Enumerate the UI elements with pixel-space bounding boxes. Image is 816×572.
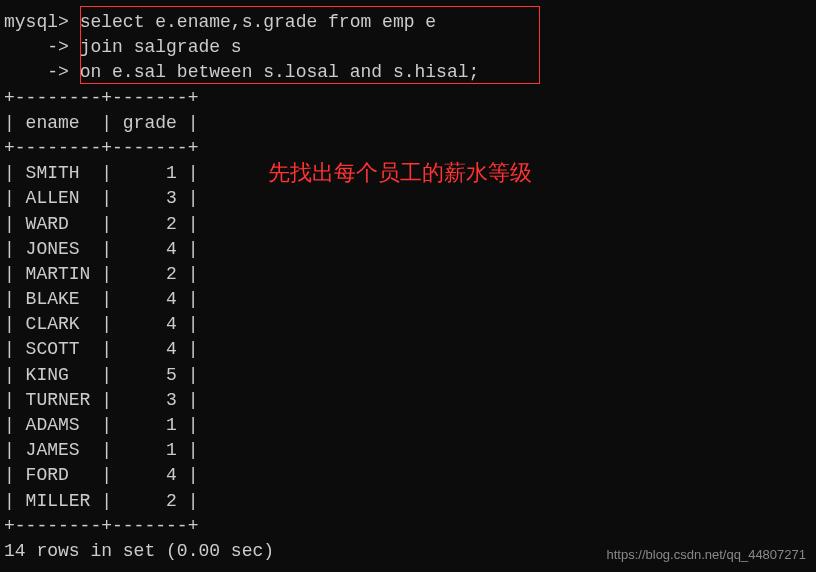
mysql-prompt: mysql> [4,12,69,32]
table-body: | SMITH | 1 || ALLEN | 3 || WARD | 2 || … [4,161,812,514]
table-row: | WARD | 2 | [4,212,812,237]
table-row: | MILLER | 2 | [4,489,812,514]
table-row: | ADAMS | 1 | [4,413,812,438]
table-row: | JONES | 4 | [4,237,812,262]
sql-prompt-line-2: -> join salgrade s [4,35,812,60]
cont-prompt: -> [4,62,69,82]
table-row: | TURNER | 3 | [4,388,812,413]
cont-prompt: -> [4,37,69,57]
table-row: | KING | 5 | [4,363,812,388]
sql-line-3: on e.sal between s.losal and s.hisal; [80,62,480,82]
table-row: | ALLEN | 3 | [4,186,812,211]
table-border-top: +--------+-------+ [4,86,812,111]
watermark: https://blog.csdn.net/qq_44807271 [607,546,807,564]
table-border-bottom: +--------+-------+ [4,514,812,539]
sql-prompt-line-3: -> on e.sal between s.losal and s.hisal; [4,60,812,85]
table-row: | JAMES | 1 | [4,438,812,463]
table-header: | ename | grade | [4,111,812,136]
sql-line-2: join salgrade s [80,37,242,57]
annotation-text: 先找出每个员工的薪水等级 [268,158,532,189]
sql-line-1: select e.ename,s.grade from emp e [80,12,436,32]
table-row: | BLAKE | 4 | [4,287,812,312]
table-row: | FORD | 4 | [4,463,812,488]
table-row: | MARTIN | 2 | [4,262,812,287]
table-row: | CLARK | 4 | [4,312,812,337]
table-row: | SCOTT | 4 | [4,337,812,362]
sql-prompt-line-1: mysql> select e.ename,s.grade from emp e [4,10,812,35]
